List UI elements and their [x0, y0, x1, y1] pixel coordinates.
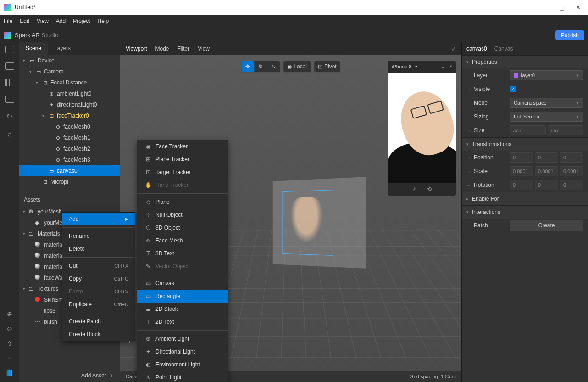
rot-z[interactable]: 0: [560, 180, 583, 190]
tree-row[interactable]: ▾⊞Focal Distance: [19, 77, 120, 88]
rail-bug-icon[interactable]: ⌂: [7, 354, 11, 362]
rail-search-icon[interactable]: ⌕: [7, 130, 12, 138]
preview-popout-icon[interactable]: ⤢: [448, 64, 452, 70]
toggle-pivot[interactable]: ⊡Pivot: [314, 61, 341, 73]
menu-item[interactable]: Create Block: [62, 328, 135, 341]
menu-item[interactable]: ☺Face Mesh: [137, 234, 228, 247]
menu-edit[interactable]: Edit: [20, 18, 29, 24]
popout-icon[interactable]: ⤢: [451, 45, 456, 52]
menu-item[interactable]: Add▶: [62, 213, 135, 225]
menubar: File Edit View Add Project Help: [0, 15, 588, 28]
tab-layers[interactable]: Layers: [48, 42, 77, 55]
tool-move[interactable]: ✥: [241, 61, 254, 72]
rail-remove-icon[interactable]: ⊖: [7, 325, 12, 332]
menu-item[interactable]: Delete: [62, 242, 135, 255]
rail-refresh-icon[interactable]: ↻: [6, 112, 12, 121]
scale-y[interactable]: 0.0001: [535, 166, 558, 176]
tool-rotate[interactable]: ↻: [254, 61, 267, 72]
tree-row[interactable]: ⊕ambientLight0: [19, 88, 120, 99]
tree-row[interactable]: ▭canvas0: [19, 165, 120, 176]
menu-item[interactable]: ⊹Null Object: [137, 208, 228, 221]
mode-select[interactable]: Camera space▼: [510, 98, 583, 108]
tool-scale[interactable]: ⤡: [267, 61, 280, 72]
toggle-local[interactable]: ◉Local: [283, 61, 311, 73]
chevron-down-icon[interactable]: ▼: [414, 65, 418, 69]
rot-x[interactable]: 0: [510, 180, 533, 190]
size-height[interactable]: 667: [548, 125, 584, 135]
menu-item[interactable]: ⊕Ambient Light: [137, 332, 228, 345]
menu-item[interactable]: DuplicateCtrl+D: [62, 298, 135, 311]
publish-button[interactable]: Publish: [555, 30, 584, 40]
menu-item[interactable]: ▭Rectangle: [137, 290, 228, 303]
tree-row[interactable]: ✦directionalLight0: [19, 99, 120, 110]
reset-icon[interactable]: ⟲: [427, 186, 432, 192]
menu-item[interactable]: ⊞Plane Tracker: [137, 153, 228, 166]
tree-row[interactable]: ⊞Micropl: [19, 176, 120, 187]
rail-box-icon[interactable]: [5, 96, 14, 103]
menu-project[interactable]: Project: [73, 18, 90, 24]
menu-item[interactable]: CopyCtrl+C: [62, 272, 135, 285]
menu-item[interactable]: ≣2D Stack: [137, 303, 228, 315]
section-interactions[interactable]: Interactions: [472, 209, 500, 215]
viewport-mode[interactable]: Mode: [155, 45, 169, 52]
selected-object-type: – Canvas: [490, 45, 513, 52]
menu-help[interactable]: Help: [98, 18, 109, 24]
menu-add[interactable]: Add: [56, 18, 66, 24]
menu-item[interactable]: PasteCtrl+V: [62, 285, 135, 298]
tree-row[interactable]: ▾▭Camera: [19, 66, 120, 77]
pos-x[interactable]: 0: [510, 152, 533, 163]
viewport-filter[interactable]: Filter: [178, 45, 190, 52]
layer-select[interactable]: layer0▼: [510, 70, 583, 80]
size-width[interactable]: 375: [510, 125, 546, 135]
create-patch-button[interactable]: Create: [510, 220, 583, 231]
tree-row[interactable]: ⊕faceMesh1: [19, 132, 120, 143]
scale-z[interactable]: 0.0001: [560, 166, 583, 176]
menu-item[interactable]: Create Patch: [62, 315, 135, 328]
tree-row[interactable]: ⊕faceMesh0: [19, 121, 120, 132]
rail-export-icon[interactable]: ⇧: [7, 340, 12, 347]
menu-view[interactable]: View: [37, 18, 49, 24]
pos-y[interactable]: 0: [535, 152, 558, 163]
menu-item[interactable]: ⬡3D Object: [137, 221, 228, 234]
close-button[interactable]: ✕: [576, 4, 581, 11]
menu-item[interactable]: ◇Plane: [137, 196, 228, 208]
tab-scene[interactable]: Scene: [19, 42, 48, 55]
tree-row[interactable]: ▾⊡faceTracker0: [19, 110, 120, 121]
tree-row[interactable]: ▾▭Device: [19, 55, 120, 66]
menu-item[interactable]: T2D Text: [137, 315, 228, 328]
section-properties[interactable]: Properties: [472, 59, 497, 65]
minimize-button[interactable]: —: [542, 4, 548, 11]
tree-row[interactable]: ⊕faceMesh2: [19, 143, 120, 154]
preview-menu-icon[interactable]: ≡: [442, 64, 444, 70]
menu-item[interactable]: ✳Point Light: [137, 371, 228, 382]
menu-item[interactable]: ▭Canvas: [137, 277, 228, 290]
menu-item[interactable]: ⊡Target Tracker: [137, 166, 228, 179]
tree-row[interactable]: ⊕faceMesh3: [19, 154, 120, 165]
rail-add-icon[interactable]: ⊕: [7, 310, 12, 318]
device-name[interactable]: iPhone 8: [392, 64, 411, 69]
viewport-view[interactable]: View: [198, 45, 210, 52]
rail-device-icon[interactable]: [5, 62, 14, 70]
visible-checkbox[interactable]: ✓: [510, 86, 516, 92]
add-asset-button[interactable]: Add Asset＋: [19, 369, 120, 382]
sizing-select[interactable]: Full Screen▼: [510, 112, 583, 122]
scale-x[interactable]: 0.0001: [510, 166, 533, 176]
menu-item[interactable]: ✋Hand Tracker: [137, 179, 228, 191]
maximize-button[interactable]: ▢: [559, 4, 565, 11]
menu-file[interactable]: File: [4, 18, 12, 24]
rail-layout-icon[interactable]: [5, 46, 14, 53]
section-transformations[interactable]: Transformations: [472, 141, 511, 147]
menu-item[interactable]: ✎Vector Object: [137, 260, 228, 273]
menu-item[interactable]: ✦Directional Light: [137, 345, 228, 358]
capture-icon[interactable]: ⎚: [413, 186, 416, 192]
rail-panels-icon[interactable]: [5, 79, 14, 86]
menu-item[interactable]: Rename: [62, 230, 135, 242]
menu-item[interactable]: ◉Face Tracker: [137, 140, 228, 153]
menu-item[interactable]: ◐Environment Light: [137, 358, 228, 371]
rail-learn-icon[interactable]: 📘: [6, 369, 13, 376]
menu-item[interactable]: T3D Text: [137, 247, 228, 260]
section-enable-for[interactable]: Enable For: [472, 196, 499, 202]
rot-y[interactable]: 0: [535, 180, 558, 190]
pos-z[interactable]: 0: [560, 152, 583, 163]
menu-item[interactable]: CutCtrl+X: [62, 259, 135, 272]
